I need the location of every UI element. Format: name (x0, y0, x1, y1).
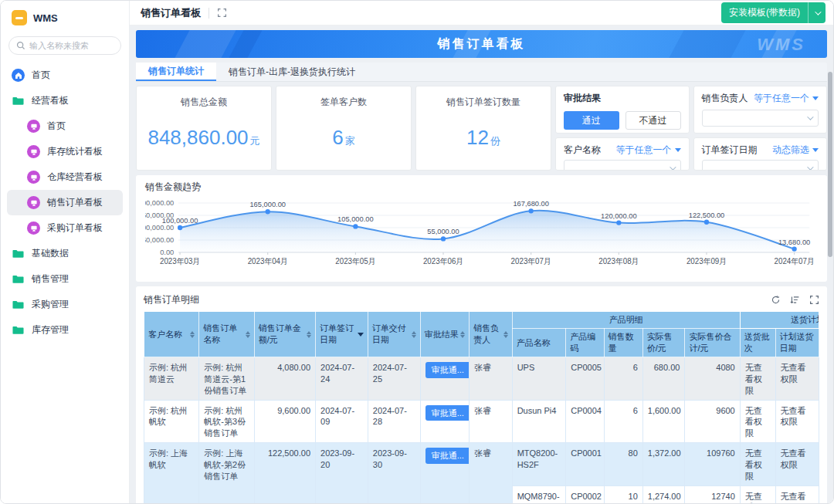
svg-text:2023年05月: 2023年05月 (335, 257, 375, 266)
dashboard-icon (27, 120, 40, 133)
sidebar-item-biz-board[interactable]: 经营看板 (1, 88, 129, 113)
product-code: CP0001 (566, 443, 604, 486)
sidebar-item-purchase-mgmt[interactable]: 采购管理 (1, 292, 129, 317)
sign-date-select[interactable] (702, 160, 819, 171)
kpi-value: 848,860.00元 (137, 126, 271, 150)
install-template-button[interactable]: 安装模板(带数据) (721, 2, 826, 23)
kpi-label: 签单客户数 (276, 96, 411, 109)
sidebar-item-sales-order-board[interactable]: 销售订单看板 (7, 190, 123, 215)
sidebar-item-label: 库存管理 (32, 323, 69, 337)
sidebar-item-base-data[interactable]: 基础数据 (1, 241, 129, 266)
search-icon (16, 41, 25, 50)
svg-text:120,000.00: 120,000.00 (601, 211, 637, 220)
approve-status-button[interactable]: 审批通... (425, 405, 470, 421)
dashboard-icon (27, 196, 40, 209)
sort-order-icon[interactable] (790, 295, 800, 305)
sidebar-item-warehouse-biz-board[interactable]: 仓库经营看板 (1, 164, 129, 190)
refresh-icon[interactable] (771, 295, 781, 305)
sidebar-item-label: 采购管理 (32, 298, 69, 311)
svg-text:2023年03月: 2023年03月 (160, 257, 200, 266)
sort-desc-icon[interactable] (358, 333, 364, 337)
col-header[interactable]: 客户名称 (144, 312, 199, 357)
delivery-batch: 无查看权限 (740, 357, 775, 401)
col-header[interactable]: 订单签订日期 (316, 312, 368, 357)
logo-text: WMS (33, 12, 58, 24)
search-input[interactable] (29, 41, 114, 50)
folder-icon (12, 323, 25, 337)
sort-icon[interactable] (412, 331, 416, 338)
owner-select[interactable] (702, 110, 819, 127)
tab-outbound-return-stats[interactable]: 销售订单-出库-退换货执行统计 (216, 63, 368, 81)
filter-operator-dropdown[interactable]: 动态筛选 (772, 144, 819, 157)
approve-status-button[interactable]: 审批通... (425, 448, 470, 464)
approve-status-button[interactable]: 审批通... (425, 362, 470, 378)
sidebar-item-board-home[interactable]: 首页 (1, 113, 129, 139)
sort-icon[interactable] (307, 331, 311, 338)
install-template-label[interactable]: 安装模板(带数据) (721, 2, 808, 23)
dashboard-icon (27, 145, 40, 158)
page-scrollbar[interactable] (828, 72, 832, 257)
sidebar: WMS 首页经营看板首页库存统计看板仓库经营看板销售订单看板采购订单看板基础数据… (1, 1, 130, 503)
svg-text:2023年07月: 2023年07月 (511, 257, 551, 266)
sort-icon[interactable] (460, 331, 465, 338)
logo: WMS (1, 5, 129, 32)
kpi-unit: 家 (345, 135, 355, 147)
order-sign-date: 2023-09-20 (316, 443, 368, 503)
sort-icon[interactable] (190, 331, 195, 338)
filter-label: 审批结果 (564, 92, 601, 105)
approve-fail-button[interactable]: 不通过 (626, 111, 681, 130)
svg-text:167,680.00: 167,680.00 (513, 199, 549, 208)
delivery-plan-date: 无查看权限 (775, 443, 819, 486)
table-toolbar (771, 295, 819, 305)
product-qty: 10 (604, 485, 642, 503)
table-row: 示例: 上海帆软示例: 上海帆软-第2份销售订单122,500.002023-0… (144, 443, 819, 486)
sidebar-item-sales-mgmt[interactable]: 销售管理 (1, 266, 129, 292)
filter-label: 销售负责人 (702, 92, 748, 105)
caret-down-icon (675, 148, 681, 152)
filter-label: 订单签订日期 (702, 144, 758, 157)
sort-icon[interactable] (503, 331, 508, 338)
sidebar-item-label: 经营看板 (32, 94, 69, 107)
col-header[interactable]: 销售负责人 (470, 312, 512, 357)
dashboard-content: 销售订单看板 WMS 销售订单统计 销售订单-出库-退换货执行统计 销售总金额 … (130, 25, 833, 503)
filter-operator-dropdown[interactable]: 等于任意一个 (616, 144, 681, 157)
col-header[interactable]: 订单交付日期 (368, 312, 420, 357)
svg-text:105,000.00: 105,000.00 (337, 215, 374, 223)
tab-sales-order-stats[interactable]: 销售订单统计 (136, 63, 216, 81)
col-header[interactable]: 销售订单金额/元 (254, 312, 315, 357)
product-name: MTQ8200-HS2F (512, 443, 566, 486)
order-approve: 审批通... (420, 357, 469, 401)
col-header[interactable]: 审批结果 (420, 312, 469, 357)
sort-icon[interactable] (246, 331, 250, 338)
kpi-value: 6家 (276, 126, 411, 150)
product-name: MQM8790-HS2R (512, 485, 566, 503)
product-price: 680.00 (642, 357, 685, 401)
customer-select[interactable] (564, 160, 681, 171)
filter-sign-date: 订单签订日期 动态筛选 (693, 137, 828, 171)
sidebar-item-label: 库存统计看板 (47, 145, 103, 158)
sales-trend-panel: 销售金额趋势 0.0050,000.00100,000.00150,000.00… (136, 175, 827, 282)
sidebar-search[interactable] (8, 36, 121, 55)
folder-icon (12, 272, 25, 286)
product-price: 1,372.00 (642, 443, 685, 486)
product-code: CP0005 (566, 357, 604, 401)
sub-col-header: 送货批次 (740, 329, 775, 357)
order-customer: 示例: 上海帆软 (144, 443, 199, 503)
table-header: 客户名称销售订单名称销售订单金额/元订单签订日期订单交付日期审批结果销售负责人产… (144, 312, 819, 357)
sidebar-item-purchase-order-board[interactable]: 采购订单看板 (1, 215, 129, 241)
sidebar-item-inventory-stats-board[interactable]: 库存统计看板 (1, 139, 129, 164)
sidebar-item-home[interactable]: 首页 (1, 63, 129, 88)
fullscreen-icon[interactable] (217, 8, 227, 18)
filter-area: 审批结果 通过 不通过 销售负责人 等于任意一个 (555, 86, 827, 171)
order-sign-date: 2024-07-24 (316, 357, 368, 401)
sidebar-item-inventory-mgmt[interactable]: 库存管理 (1, 317, 129, 343)
approve-pass-button[interactable]: 通过 (564, 111, 619, 130)
product-group-header: 产品明细 (512, 312, 740, 329)
install-dropdown-caret[interactable] (809, 2, 826, 23)
order-approve: 审批通... (420, 400, 469, 443)
col-header[interactable]: 销售订单名称 (199, 312, 254, 357)
expand-icon[interactable] (809, 295, 819, 305)
filter-operator-dropdown[interactable]: 等于任意一个 (754, 92, 819, 105)
col-header-label: 订单交付日期 (372, 323, 410, 346)
main-area: 销售订单看板 安装模板(带数据) 销售订单看板 WMS 销售订单统计 销售订单- (130, 1, 833, 503)
